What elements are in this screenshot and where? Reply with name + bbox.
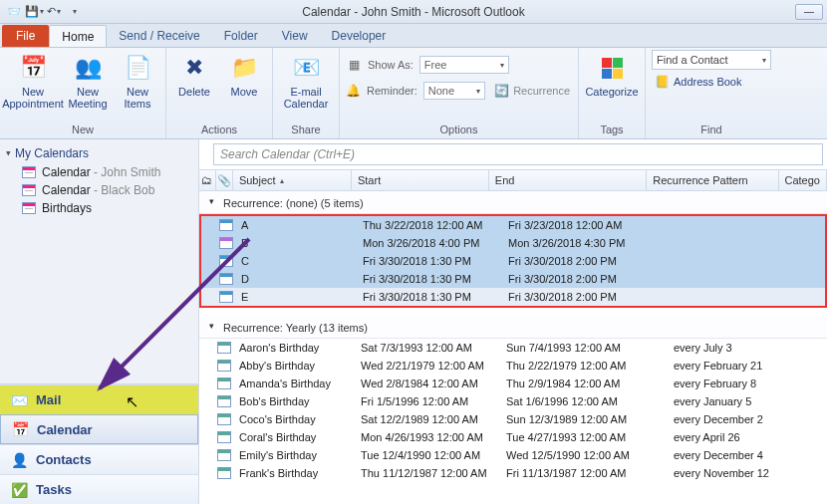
meeting-icon	[219, 237, 233, 249]
col-attachment[interactable]: 📎	[216, 170, 233, 190]
recurring-appointment-icon	[217, 449, 231, 461]
calendar-icon	[22, 184, 36, 196]
selection-highlight: AThu 3/22/2018 12:00 AMFri 3/23/2018 12:…	[199, 214, 827, 308]
window-title: Calendar - John Smith - Microsoft Outloo…	[0, 5, 827, 19]
delete-icon: ✖	[178, 52, 210, 84]
email-calendar-icon: 📧	[290, 52, 322, 84]
column-headers: 🗂 📎 Subject▴ Start End Recurrence Patter…	[199, 169, 827, 191]
recurring-appointment-icon	[217, 360, 231, 372]
calendar-icon: 📅	[17, 52, 49, 84]
navigation-pane: My Calendars Calendar - John Smith Calen…	[0, 139, 199, 504]
calendar-icon: 📅	[11, 421, 29, 437]
nav-mail-button[interactable]: ✉️ Mail	[0, 384, 198, 414]
group-options: ▦ Show As: Free 🔔 Reminder: None 🔄 Recur…	[340, 48, 579, 138]
table-row[interactable]: DFri 3/30/2018 1:30 PMFri 3/30/2018 2:00…	[201, 270, 825, 288]
col-start[interactable]: Start	[352, 170, 489, 190]
col-subject[interactable]: Subject▴	[233, 170, 352, 190]
col-categories[interactable]: Catego	[779, 170, 827, 190]
search-input[interactable]: Search Calendar (Ctrl+E)	[213, 143, 823, 165]
tab-folder[interactable]: Folder	[212, 25, 270, 47]
address-book-button[interactable]: 📒 Address Book	[652, 72, 771, 92]
nav-tasks-button[interactable]: ✅ Tasks	[0, 474, 198, 504]
recurring-appointment-icon	[217, 467, 231, 479]
categorize-icon	[596, 52, 628, 84]
tab-view[interactable]: View	[270, 25, 320, 47]
table-row[interactable]: Emily's BirthdayTue 12/4/1990 12:00 AMWe…	[199, 446, 827, 464]
calendar-icon	[22, 202, 36, 214]
appointment-icon	[219, 273, 233, 285]
tab-file[interactable]: File	[2, 25, 49, 47]
recurring-appointment-icon	[217, 395, 231, 407]
event-list: Recurrence: (none) (5 items) AThu 3/22/2…	[199, 191, 827, 504]
contacts-icon: 👤	[10, 452, 28, 468]
recurrence-button[interactable]: 🔄 Recurrence	[491, 81, 572, 101]
group-actions: ✖ Delete 📁 Move Actions	[166, 48, 273, 138]
minimize-button[interactable]: —	[795, 4, 823, 20]
appointment-icon	[219, 219, 233, 231]
table-row[interactable]: Coral's BirthdayMon 4/26/1993 12:00 AMTu…	[199, 428, 827, 446]
table-row[interactable]: AThu 3/22/2018 12:00 AMFri 3/23/2018 12:…	[201, 216, 825, 234]
recurring-appointment-icon	[217, 431, 231, 443]
mail-icon: ✉️	[10, 392, 28, 408]
new-items-button[interactable]: 📄 New Items	[116, 50, 159, 110]
table-row[interactable]: Coco's BirthdaySat 12/2/1989 12:00 AMSun…	[199, 410, 827, 428]
group-find: Find a Contact 📒 Address Book Find	[646, 48, 777, 138]
table-row[interactable]: CFri 3/30/2018 1:30 PMFri 3/30/2018 2:00…	[201, 252, 825, 270]
calendar-item[interactable]: Calendar - Black Bob	[4, 181, 194, 199]
nav-contacts-button[interactable]: 👤 Contacts	[0, 444, 198, 474]
new-appointment-button[interactable]: 📅 New Appointment	[6, 50, 60, 110]
group-header-yearly[interactable]: Recurrence: Yearly (13 items)	[199, 316, 827, 339]
table-row[interactable]: Amanda's BirthdayWed 2/8/1984 12:00 AMTh…	[199, 375, 827, 392]
recurrence-icon: 🔄	[493, 83, 509, 99]
tasks-icon: ✅	[10, 482, 28, 498]
sort-asc-icon: ▴	[280, 176, 284, 185]
recurring-appointment-icon	[217, 413, 231, 425]
title-bar: 📨 💾 ↶ Calendar - John Smith - Microsoft …	[0, 0, 827, 24]
content-pane: Search Calendar (Ctrl+E) 🗂 📎 Subject▴ St…	[199, 139, 827, 504]
meeting-icon: 👥	[72, 52, 104, 84]
showas-combo[interactable]: Free	[419, 56, 509, 74]
group-share: 📧 E-mail Calendar Share	[273, 48, 340, 138]
tab-home[interactable]: Home	[49, 25, 107, 47]
recurring-appointment-icon	[217, 378, 231, 389]
items-icon: 📄	[122, 52, 153, 84]
table-row[interactable]: Frank's BirthdayThu 11/12/1987 12:00 AMF…	[199, 464, 827, 482]
appointment-icon	[219, 255, 233, 267]
new-meeting-button[interactable]: 👥 New Meeting	[66, 50, 110, 110]
tab-send-receive[interactable]: Send / Receive	[107, 25, 211, 47]
group-new: 📅 New Appointment 👥 New Meeting 📄 New It…	[0, 48, 166, 138]
tab-developer[interactable]: Developer	[320, 25, 399, 47]
email-calendar-button[interactable]: 📧 E-mail Calendar	[279, 50, 333, 110]
move-button[interactable]: 📁 Move	[222, 50, 266, 98]
find-contact-combo[interactable]: Find a Contact	[652, 50, 771, 70]
table-row[interactable]: EFri 3/30/2018 1:30 PMFri 3/30/2018 2:00…	[201, 288, 825, 306]
table-row[interactable]: Bob's BirthdayFri 1/5/1996 12:00 AMSat 1…	[199, 392, 827, 410]
group-header-none[interactable]: Recurrence: (none) (5 items)	[199, 191, 827, 214]
move-icon: 📁	[228, 52, 260, 84]
nav-calendar-button[interactable]: 📅 Calendar	[0, 414, 198, 444]
reminder-icon: 🔔	[346, 83, 361, 99]
group-tags: Categorize Tags	[579, 48, 646, 138]
calendar-icon	[22, 166, 36, 178]
calendar-item[interactable]: Calendar - John Smith	[4, 163, 194, 181]
categorize-button[interactable]: Categorize	[585, 50, 639, 98]
appointment-icon	[219, 291, 233, 303]
address-book-icon: 📒	[654, 74, 670, 90]
table-row[interactable]: Aaron's BirthdaySat 7/3/1993 12:00 AMSun…	[199, 339, 827, 357]
ribbon: 📅 New Appointment 👥 New Meeting 📄 New It…	[0, 48, 827, 139]
my-calendars-header[interactable]: My Calendars	[4, 143, 194, 163]
table-row[interactable]: BMon 3/26/2018 4:00 PMMon 3/26/2018 4:30…	[201, 234, 825, 252]
table-row[interactable]: Abby's BirthdayWed 2/21/1979 12:00 AMThu…	[199, 357, 827, 375]
col-recurrence[interactable]: Recurrence Pattern	[647, 170, 778, 190]
delete-button[interactable]: ✖ Delete	[172, 50, 216, 98]
recurring-appointment-icon	[217, 342, 231, 354]
ribbon-tabs: File Home Send / Receive Folder View Dev…	[0, 24, 827, 48]
col-end[interactable]: End	[489, 170, 647, 190]
col-icon[interactable]: 🗂	[199, 170, 216, 190]
calendar-item[interactable]: Birthdays	[4, 199, 194, 217]
showas-icon: ▦	[346, 57, 362, 73]
reminder-combo[interactable]: None	[423, 82, 485, 100]
